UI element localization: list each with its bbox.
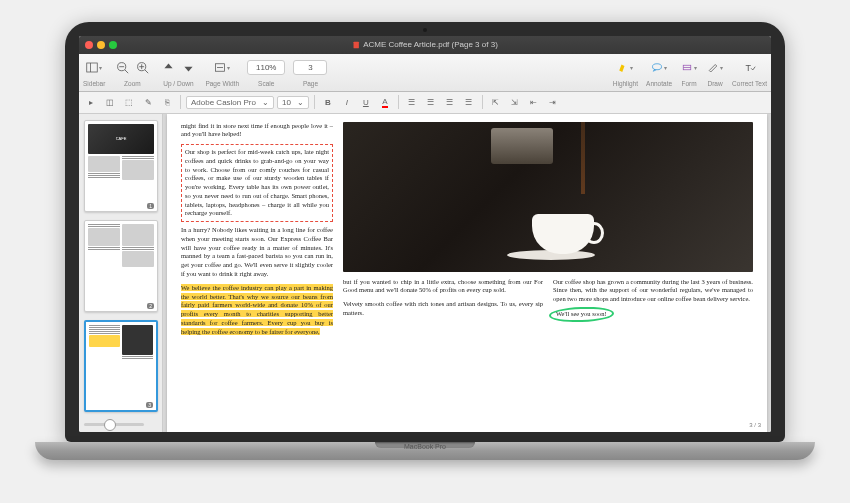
- cup-shape: [532, 214, 594, 254]
- screen-bezel: ACME Coffee Article.pdf (Page 3 of 3) Si…: [65, 22, 785, 442]
- form-group: Form: [680, 57, 698, 87]
- annotate-group: Annotate: [646, 57, 672, 87]
- scale-field[interactable]: 110%: [247, 60, 285, 75]
- sidebar-group: Sidebar: [83, 57, 105, 87]
- page-indicator: 3 / 3: [749, 422, 761, 428]
- coffee-stream: [581, 122, 585, 194]
- draw-group: Draw: [706, 57, 724, 87]
- circled-annotation: We'll see you soon!: [553, 309, 753, 320]
- thumbnail-1[interactable]: CAFE 1: [84, 120, 158, 212]
- sidebar-label: Sidebar: [83, 80, 105, 87]
- align-justify-button[interactable]: ☰: [461, 94, 477, 110]
- updown-group: Up / Down: [159, 57, 197, 87]
- edit-tool[interactable]: ✎: [140, 94, 156, 110]
- updown-label: Up / Down: [163, 80, 193, 87]
- svg-text:T: T: [745, 63, 751, 73]
- page-viewport[interactable]: might find it in store next time if enou…: [163, 114, 771, 432]
- indent-left-button[interactable]: ⇤: [526, 94, 542, 110]
- paragraph: but if you wanted to chip in a little ex…: [343, 278, 543, 296]
- bottom-col-2: Our coffee shop has grown a community du…: [553, 278, 753, 323]
- sidebar-toggle[interactable]: [85, 59, 103, 77]
- window-controls: [85, 41, 117, 49]
- svg-line-4: [125, 70, 128, 73]
- spacing-less-button[interactable]: ⇱: [488, 94, 504, 110]
- zoom-group: Zoom: [113, 57, 151, 87]
- thumb-number: 1: [147, 203, 154, 209]
- paragraph: Our shop is perfect for mid-week catch u…: [185, 148, 329, 218]
- select-tool[interactable]: ◫: [102, 94, 118, 110]
- correct-label: Correct Text: [732, 80, 767, 87]
- form-button[interactable]: [680, 59, 698, 77]
- highlight-group: Highlight: [613, 57, 638, 87]
- thumbnail-zoom-slider[interactable]: [84, 423, 144, 426]
- align-left-button[interactable]: ☰: [404, 94, 420, 110]
- svg-point-12: [653, 64, 662, 70]
- draw-label: Draw: [707, 80, 722, 87]
- font-select[interactable]: Adobe Caslon Pro⌄: [186, 96, 274, 109]
- correct-text-button[interactable]: T: [741, 59, 759, 77]
- content-area: CAFE 1 2 3: [79, 114, 771, 432]
- thumbnails-sidebar: CAFE 1 2 3: [79, 114, 163, 432]
- page-width-button[interactable]: [213, 59, 231, 77]
- pagewidth-group: Page Width: [205, 57, 239, 87]
- font-name: Adobe Caslon Pro: [191, 98, 256, 107]
- laptop-frame: ACME Coffee Article.pdf (Page 3 of 3) Si…: [65, 22, 785, 482]
- spacing-more-button[interactable]: ⇲: [507, 94, 523, 110]
- font-size-select[interactable]: 10⌄: [277, 96, 309, 109]
- pagewidth-label: Page Width: [205, 80, 239, 87]
- separator: [314, 95, 315, 109]
- page-up-button[interactable]: [159, 59, 177, 77]
- thumb-hero: CAFE: [88, 124, 154, 154]
- zoom-out-button[interactable]: [113, 59, 131, 77]
- paragraph: Our coffee shop has grown a community du…: [553, 278, 753, 304]
- page-label: Page: [303, 80, 318, 87]
- form-label: Form: [681, 80, 696, 87]
- highlighted-paragraph: We believe the coffee industry can play …: [181, 284, 333, 337]
- paragraph: might find it in store next time if enou…: [181, 122, 333, 140]
- selected-text-box[interactable]: Our shop is perfect for mid-week catch u…: [181, 144, 333, 222]
- page: might find it in store next time if enou…: [167, 114, 767, 432]
- annotate-button[interactable]: [650, 59, 668, 77]
- bold-button[interactable]: B: [320, 94, 336, 110]
- highlight-span: We believe the coffee industry can play …: [181, 284, 333, 335]
- close-button[interactable]: [85, 41, 93, 49]
- zoom-button[interactable]: [109, 41, 117, 49]
- format-toolbar: ▸ ◫ ⬚ ✎ ⎘ Adobe Caslon Pro⌄ 10⌄ B I U A …: [79, 92, 771, 114]
- scale-group: 110% Scale: [247, 57, 285, 87]
- page-down-button[interactable]: [179, 59, 197, 77]
- align-center-button[interactable]: ☰: [423, 94, 439, 110]
- crop-tool[interactable]: ⬚: [121, 94, 137, 110]
- thumb-number: 3: [146, 402, 153, 408]
- separator: [398, 95, 399, 109]
- paragraph: In a hurry? Nobody likes waiting in a lo…: [181, 226, 333, 279]
- text-color-button[interactable]: A: [377, 94, 393, 110]
- svg-rect-0: [354, 41, 359, 48]
- page-field[interactable]: 3: [293, 60, 327, 75]
- columns: might find it in store next time if enou…: [181, 122, 753, 424]
- indent-right-button[interactable]: ⇥: [545, 94, 561, 110]
- window-title: ACME Coffee Article.pdf (Page 3 of 3): [352, 40, 498, 49]
- draw-button[interactable]: [706, 59, 724, 77]
- separator: [482, 95, 483, 109]
- thumb-number: 2: [147, 303, 154, 309]
- scale-label: Scale: [258, 80, 274, 87]
- zoom-label: Zoom: [124, 80, 141, 87]
- titlebar: ACME Coffee Article.pdf (Page 3 of 3): [79, 36, 771, 54]
- highlight-button[interactable]: [616, 59, 634, 77]
- correct-group: T Correct Text: [732, 57, 767, 87]
- pdf-icon: [352, 41, 360, 49]
- page-group: 3 Page: [293, 57, 327, 87]
- main-toolbar: Sidebar Zoom Up / Down: [79, 54, 771, 92]
- thumbnail-3[interactable]: 3: [84, 320, 158, 412]
- thumbnail-2[interactable]: 2: [84, 220, 158, 312]
- link-tool[interactable]: ⎘: [159, 94, 175, 110]
- pointer-tool[interactable]: ▸: [83, 94, 99, 110]
- zoom-in-button[interactable]: [133, 59, 151, 77]
- separator: [180, 95, 181, 109]
- underline-button[interactable]: U: [358, 94, 374, 110]
- italic-button[interactable]: I: [339, 94, 355, 110]
- minimize-button[interactable]: [97, 41, 105, 49]
- title-text: ACME Coffee Article.pdf (Page 3 of 3): [363, 40, 498, 49]
- espresso-image: [343, 122, 753, 272]
- align-right-button[interactable]: ☰: [442, 94, 458, 110]
